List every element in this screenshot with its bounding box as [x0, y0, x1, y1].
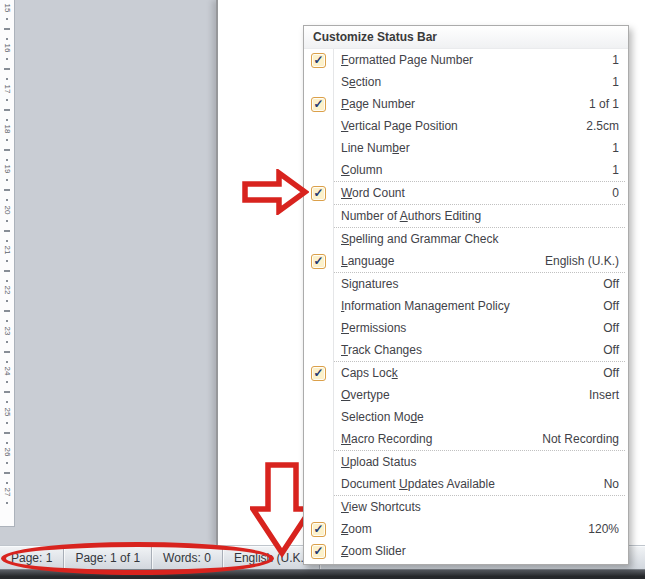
ruler-number: 20	[0, 203, 15, 217]
menu-item-label: Upload Status	[333, 455, 619, 469]
ruler-dot-tick	[6, 240, 8, 242]
menu-item-value: 0	[612, 186, 619, 200]
menu-item-word-count[interactable]: ✓Word Count0	[304, 182, 628, 204]
ruler-dash-tick	[4, 472, 10, 474]
menu-item-upload-status[interactable]: Upload Status	[304, 451, 628, 473]
ruler-number: 25	[0, 405, 15, 419]
ruler-dot-tick	[6, 58, 8, 60]
menu-item-number-of-authors-editing[interactable]: Number of Authors Editing	[304, 205, 628, 227]
ruler-dot-tick	[6, 401, 8, 403]
menu-item-label: Formatted Page Number	[333, 53, 612, 67]
ruler-dash-tick	[4, 149, 10, 151]
menu-item-value: 2.5cm	[586, 119, 619, 133]
ruler-dot-tick	[6, 422, 8, 424]
menu-item-document-updates-available[interactable]: Document Updates AvailableNo	[304, 473, 628, 495]
menu-item-label: Selection Mode	[333, 410, 619, 424]
menu-item-view-shortcuts[interactable]: View Shortcuts	[304, 496, 628, 518]
menu-item-icon-cell: ✓	[304, 254, 333, 269]
menu-item-label: Section	[333, 75, 612, 89]
menu-item-spelling-and-grammar-check[interactable]: Spelling and Grammar Check	[304, 228, 628, 250]
ruler-number: 16	[0, 41, 15, 55]
menu-item-label: Page Number	[333, 97, 589, 111]
customize-status-bar-menu: Customize Status Bar ✓Formatted Page Num…	[303, 25, 629, 565]
menu-item-value: No	[604, 477, 619, 491]
ruler-dash-tick	[4, 351, 10, 353]
menu-item-selection-mode[interactable]: Selection Mode	[304, 406, 628, 428]
red-arrow-word-count-annotation	[241, 169, 309, 215]
checkmark-icon: ✓	[311, 366, 326, 381]
ruler-dot-tick	[6, 119, 8, 121]
menu-item-formatted-page-number[interactable]: ✓Formatted Page Number1	[304, 49, 628, 71]
ruler-dash-tick	[4, 270, 10, 272]
ruler-number: 18	[0, 122, 15, 136]
menu-item-column[interactable]: Column1	[304, 159, 628, 181]
checkmark-icon: ✓	[311, 522, 326, 537]
checkmark-icon: ✓	[311, 544, 326, 559]
menu-item-value: Insert	[589, 388, 619, 402]
menu-item-label: Overtype	[333, 388, 589, 402]
menu-item-value: 1	[612, 141, 619, 155]
menu-item-label: Zoom Slider	[333, 544, 619, 558]
ruler-dot-tick	[6, 78, 8, 80]
menu-item-vertical-page-position[interactable]: Vertical Page Position2.5cm	[304, 115, 628, 137]
ruler-number: 17	[0, 82, 15, 96]
ruler-dot-tick	[6, 482, 8, 484]
menu-item-overtype[interactable]: OvertypeInsert	[304, 384, 628, 406]
ruler-dot-tick	[6, 462, 8, 464]
ruler-dot-tick	[6, 18, 8, 20]
menu-item-caps-lock[interactable]: ✓Caps LockOff	[304, 362, 628, 384]
ruler-dash-tick	[4, 391, 10, 393]
menu-item-label: View Shortcuts	[333, 500, 619, 514]
menu-item-signatures[interactable]: SignaturesOff	[304, 273, 628, 295]
ruler-dash-tick	[4, 28, 10, 30]
menu-item-label: Document Updates Available	[333, 477, 604, 491]
ruler-number: 26	[0, 445, 15, 459]
menu-item-line-number[interactable]: Line Number1	[304, 137, 628, 159]
ruler-dot-tick	[6, 139, 8, 141]
ruler-dash-tick	[4, 189, 10, 191]
ruler-number: 19	[0, 162, 15, 176]
menu-item-value: 120%	[588, 522, 619, 536]
red-oval-status-bar-annotation	[1, 542, 274, 575]
ruler-dot-tick	[6, 442, 8, 444]
checkmark-icon: ✓	[311, 254, 326, 269]
menu-item-zoom-slider[interactable]: ✓Zoom Slider	[304, 540, 628, 562]
ruler-number: 23	[0, 324, 15, 338]
ruler-dot-tick	[6, 38, 8, 40]
menu-item-page-number[interactable]: ✓Page Number1 of 1	[304, 93, 628, 115]
menu-item-label: Word Count	[333, 186, 612, 200]
ruler-number: 21	[0, 243, 15, 257]
menu-item-icon-cell: ✓	[304, 53, 333, 68]
checkmark-icon: ✓	[311, 53, 326, 68]
menu-item-icon-cell: ✓	[304, 97, 333, 112]
menu-item-section[interactable]: Section1	[304, 71, 628, 93]
menu-item-icon-cell: ✓	[304, 522, 333, 537]
menu-item-language[interactable]: ✓LanguageEnglish (U.K.)	[304, 250, 628, 272]
menu-item-value: Off	[603, 366, 619, 380]
menu-item-value: 1	[612, 53, 619, 67]
ruler-dot-tick	[6, 280, 8, 282]
ruler-dot-tick	[6, 381, 8, 383]
menu-item-label: Line Number	[333, 141, 612, 155]
checkmark-icon: ✓	[311, 97, 326, 112]
ruler-dash-tick	[4, 432, 10, 434]
ruler-dot-tick	[6, 260, 8, 262]
menu-item-macro-recording[interactable]: Macro RecordingNot Recording	[304, 428, 628, 450]
checkmark-icon: ✓	[311, 186, 326, 201]
menu-item-label: Column	[333, 163, 612, 177]
ruler-number: 27	[0, 485, 15, 499]
menu-item-zoom[interactable]: ✓Zoom120%	[304, 518, 628, 540]
menu-item-information-management-policy[interactable]: Information Management PolicyOff	[304, 295, 628, 317]
menu-item-label: Caps Lock	[333, 366, 603, 380]
menu-item-icon-cell: ✓	[304, 544, 333, 559]
menu-item-value: 1	[612, 75, 619, 89]
menu-item-label: Number of Authors Editing	[333, 209, 619, 223]
ruler-dash-tick	[4, 68, 10, 70]
word-window: 15161718192021222324252627 Page: 1Page: …	[0, 0, 645, 579]
menu-item-track-changes[interactable]: Track ChangesOff	[304, 339, 628, 361]
menu-item-label: Signatures	[333, 277, 603, 291]
menu-item-permissions[interactable]: PermissionsOff	[304, 317, 628, 339]
menu-item-label: Permissions	[333, 321, 603, 335]
vertical-ruler: 15161718192021222324252627	[0, 0, 15, 527]
ruler-dot-tick	[6, 361, 8, 363]
